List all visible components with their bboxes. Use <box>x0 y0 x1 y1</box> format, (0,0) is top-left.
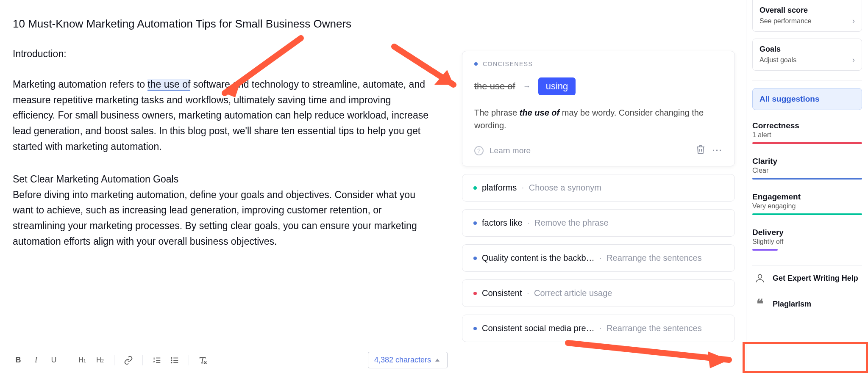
category-dot-icon <box>474 62 478 66</box>
metric-bar <box>752 249 778 251</box>
chevron-right-icon: › <box>852 55 855 64</box>
metric-correctness[interactable]: Correctness 1 alert <box>752 121 862 144</box>
dot-separator: · <box>522 184 523 192</box>
suggestion-item[interactable]: platforms · Choose a synonym <box>462 174 735 202</box>
paragraph-1[interactable]: Marketing automation refers to the use o… <box>13 77 432 155</box>
dismiss-suggestion-button[interactable] <box>696 144 706 157</box>
metric-bar <box>752 142 862 144</box>
suggestion-item[interactable]: Consistent · Correct article usage <box>462 279 735 307</box>
section-heading-and-p2[interactable]: Set Clear Marketing Automation Goals Bef… <box>13 171 432 249</box>
learn-more-link[interactable]: Learn more <box>490 146 531 155</box>
metric-engagement[interactable]: Engagement Very engaging <box>752 192 862 215</box>
suggestion-text: Quality content is the backb… <box>482 253 595 263</box>
link-button[interactable] <box>120 352 136 368</box>
unordered-list-button[interactable] <box>167 352 183 368</box>
metric-sub: Slightly off <box>752 238 862 246</box>
all-suggestions-filter[interactable]: All suggestions <box>752 88 862 110</box>
h2-button[interactable]: H2 <box>92 352 108 368</box>
category-dot-icon <box>473 186 477 190</box>
suggestions-panel: CONCISENESS the use of → using The phras… <box>458 0 746 373</box>
suggestion-text: Consistent <box>482 288 522 298</box>
formatting-toolbar: B I U H1 H2 4,382 characters <box>0 347 458 373</box>
plagiarism-link[interactable]: ❝ Plagiarism <box>752 291 862 317</box>
svg-point-6 <box>171 357 172 358</box>
suggestion-item[interactable]: factors like · Remove the phrase <box>462 209 735 237</box>
italic-button[interactable]: I <box>28 352 44 368</box>
suggestion-item[interactable]: Quality content is the backb… · Rearrang… <box>462 244 735 272</box>
metric-bar <box>752 213 862 215</box>
metric-sub: Very engaging <box>752 202 862 210</box>
section-heading: Set Clear Marketing Automation Goals <box>13 174 178 185</box>
ordered-list-button[interactable] <box>149 352 165 368</box>
category-dot-icon <box>473 221 477 225</box>
paragraph-2: Before diving into marketing automation,… <box>13 189 417 247</box>
quotes-icon: ❝ <box>753 297 767 311</box>
chevron-right-icon: › <box>852 17 855 25</box>
dot-separator: · <box>600 254 601 262</box>
suggestion-category: CONCISENESS <box>483 61 533 67</box>
metric-bar <box>752 178 862 180</box>
plagiarism-label: Plagiarism <box>773 299 811 309</box>
h1-button[interactable]: H1 <box>74 352 90 368</box>
metric-sub: Clear <box>752 167 862 174</box>
toolbar-separator <box>142 355 143 365</box>
svg-point-11 <box>758 274 762 278</box>
clear-formatting-button[interactable] <box>195 352 211 368</box>
document-editor[interactable]: 10 Must-Know Marketing Automation Tips f… <box>0 0 458 373</box>
active-suggestion-card[interactable]: CONCISENESS the use of → using The phras… <box>462 51 735 166</box>
expert-help-link[interactable]: Get Expert Writing Help <box>752 265 862 291</box>
category-dot-icon <box>473 327 477 330</box>
caret-up-icon <box>435 359 440 362</box>
toolbar-separator <box>114 355 114 365</box>
svg-point-7 <box>171 360 172 361</box>
suggestion-hint: Remove the phrase <box>534 218 609 228</box>
category-dot-icon <box>473 257 477 260</box>
suggestion-hint: Correct article usage <box>534 288 612 298</box>
p1-before: Marketing automation refers to <box>13 79 147 90</box>
bold-button[interactable]: B <box>10 352 26 368</box>
underline-button[interactable]: U <box>46 352 62 368</box>
metric-delivery[interactable]: Delivery Slightly off <box>752 228 862 251</box>
metric-clarity[interactable]: Clarity Clear <box>752 157 862 180</box>
overall-score-box[interactable]: Overall score See performance› <box>752 0 862 32</box>
metric-title: Correctness <box>752 121 862 130</box>
goals-sub: Adjust goals <box>760 56 796 64</box>
character-count[interactable]: 4,382 characters <box>368 352 448 368</box>
arrow-right-icon: → <box>523 82 531 91</box>
suggestion-hint: Rearrange the sentences <box>606 323 702 333</box>
original-phrase: the use of <box>474 81 515 92</box>
goals-box[interactable]: Goals Adjust goals› <box>752 39 862 71</box>
category-dot-icon <box>473 292 477 295</box>
toolbar-separator <box>189 355 189 365</box>
overall-score-title: Overall score <box>760 6 855 15</box>
metric-sub: 1 alert <box>752 131 862 139</box>
document-body[interactable]: Marketing automation refers to the use o… <box>13 77 432 249</box>
help-icon: ? <box>474 146 484 155</box>
suggestion-hint: Choose a synonym <box>529 183 601 193</box>
more-options-button[interactable]: ⋮ <box>711 145 723 156</box>
expert-help-label: Get Expert Writing Help <box>773 274 858 283</box>
metric-title: Clarity <box>752 157 862 166</box>
character-count-label: 4,382 characters <box>374 356 431 365</box>
suggestion-hint: Rearrange the sentences <box>606 253 702 263</box>
highlighted-phrase[interactable]: the use of <box>147 79 190 91</box>
sidebar: Overall score See performance› Goals Adj… <box>746 0 868 373</box>
intro-label[interactable]: Introduction: <box>13 48 432 60</box>
dot-separator: · <box>528 219 529 227</box>
suggestion-text: platforms <box>482 183 517 193</box>
dot-separator: · <box>527 290 529 297</box>
metric-title: Delivery <box>752 228 862 237</box>
toolbar-separator <box>68 355 68 365</box>
person-icon <box>753 271 767 285</box>
suggestion-text: factors like <box>482 218 523 228</box>
suggestion-description: The phrase the use of may be wordy. Cons… <box>474 106 723 132</box>
svg-point-8 <box>171 362 172 363</box>
document-title[interactable]: 10 Must-Know Marketing Automation Tips f… <box>13 17 432 31</box>
goals-title: Goals <box>760 45 855 54</box>
metric-title: Engagement <box>752 192 862 202</box>
dot-separator: · <box>600 325 601 332</box>
suggestion-text: Consistent social media pre… <box>482 323 595 333</box>
divider <box>752 80 862 80</box>
replacement-button[interactable]: using <box>538 77 576 95</box>
suggestion-item[interactable]: Consistent social media pre… · Rearrange… <box>462 315 735 342</box>
